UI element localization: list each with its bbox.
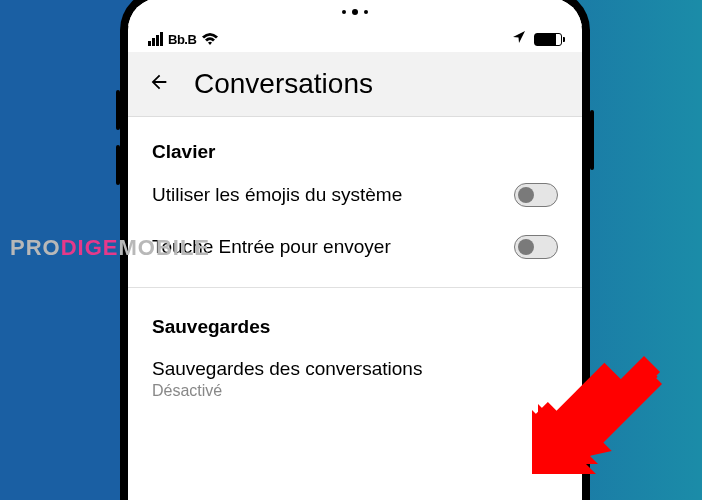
battery-icon	[534, 33, 562, 46]
toggle-system-emoji[interactable]	[514, 183, 558, 207]
wifi-icon	[201, 32, 219, 46]
toggle-enter-send[interactable]	[514, 235, 558, 259]
setting-enter-send[interactable]: Touche Entrée pour envoyer	[152, 235, 558, 259]
section-keyboard-title: Clavier	[152, 141, 558, 163]
svg-rect-6	[577, 360, 658, 441]
arrow-annotation-icon	[524, 342, 674, 492]
phone-notch	[128, 0, 582, 26]
page-title: Conversations	[194, 68, 373, 100]
carrier-label: Bb.B	[168, 32, 196, 47]
phone-side-buttons	[116, 90, 120, 200]
watermark: PRODIGEMOBILE	[10, 235, 210, 261]
app-header: Conversations	[128, 52, 582, 117]
section-backups-title: Sauvegardes	[152, 316, 558, 338]
setting-label: Utiliser les émojis du système	[152, 184, 402, 206]
location-icon	[512, 30, 526, 48]
setting-status: Désactivé	[152, 382, 422, 400]
setting-label: Sauvegardes des conversations	[152, 358, 422, 380]
status-bar: Bb.B	[128, 26, 582, 52]
signal-icon	[148, 32, 163, 46]
section-divider	[128, 287, 582, 288]
back-button[interactable]	[148, 71, 170, 97]
setting-chat-backup[interactable]: Sauvegardes des conversations Désactivé	[152, 358, 558, 400]
phone-power-button	[590, 110, 594, 170]
setting-system-emoji[interactable]: Utiliser les émojis du système	[152, 183, 558, 207]
